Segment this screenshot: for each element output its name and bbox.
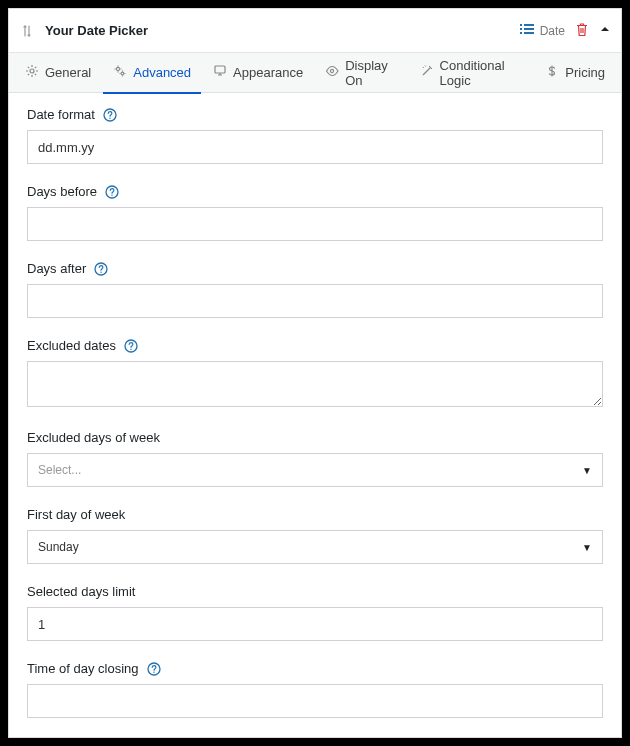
svg-point-14	[111, 194, 112, 195]
tab-appearance[interactable]: Appearance	[203, 53, 313, 93]
help-icon[interactable]	[94, 262, 108, 276]
list-icon	[520, 22, 534, 39]
field-editor-panel: Your Date Picker Date	[8, 8, 622, 738]
label-excluded-days-of-week: Excluded days of week	[27, 430, 160, 445]
svg-point-12	[109, 117, 110, 118]
field-selected-days-limit: Selected days limit	[27, 584, 603, 641]
gear-icon	[25, 64, 39, 81]
field-date-format: Date format	[27, 107, 603, 164]
svg-rect-5	[524, 32, 534, 34]
collapse-icon[interactable]	[599, 23, 611, 38]
select-first-day-of-week[interactable]: Sunday ▼	[27, 530, 603, 564]
field-type-chip: Date	[520, 22, 565, 39]
label-days-after: Days after	[27, 261, 86, 276]
svg-point-16	[101, 271, 102, 272]
svg-point-8	[121, 72, 124, 75]
label-first-day-of-week: First day of week	[27, 507, 125, 522]
eye-icon	[325, 64, 339, 81]
tab-conditional-logic[interactable]: Conditional Logic	[410, 53, 534, 93]
help-icon[interactable]	[124, 339, 138, 353]
label-time-of-day-closing: Time of day closing	[27, 661, 139, 676]
label-days-before: Days before	[27, 184, 97, 199]
field-excluded-dates: Excluded dates	[27, 338, 603, 410]
svg-point-18	[130, 348, 131, 349]
help-icon[interactable]	[147, 662, 161, 676]
input-days-after[interactable]	[27, 284, 603, 318]
field-days-after: Days after	[27, 261, 603, 318]
input-days-before[interactable]	[27, 207, 603, 241]
appearance-icon	[213, 64, 227, 81]
svg-point-7	[117, 67, 120, 70]
field-first-day-of-week: First day of week Sunday ▼	[27, 507, 603, 564]
help-icon[interactable]	[103, 108, 117, 122]
label-selected-days-limit: Selected days limit	[27, 584, 135, 599]
panel-body: Date format Days before Da	[9, 93, 621, 738]
field-excluded-days-of-week: Excluded days of week Select... ▼	[27, 430, 603, 487]
chevron-down-icon: ▼	[582, 542, 592, 553]
svg-rect-4	[524, 28, 534, 30]
textarea-excluded-dates[interactable]	[27, 361, 603, 407]
svg-rect-3	[524, 24, 534, 26]
field-days-before: Days before	[27, 184, 603, 241]
wand-icon	[420, 64, 434, 81]
chevron-down-icon: ▼	[582, 465, 592, 476]
input-time-of-day-closing[interactable]	[27, 684, 603, 718]
tab-advanced[interactable]: Advanced	[103, 53, 201, 93]
label-date-format: Date format	[27, 107, 95, 122]
field-time-of-day-closing: Time of day closing	[27, 661, 603, 718]
svg-rect-9	[215, 66, 225, 73]
trash-icon[interactable]	[575, 22, 589, 40]
select-excluded-days-of-week[interactable]: Select... ▼	[27, 453, 603, 487]
svg-point-6	[30, 69, 34, 73]
help-icon[interactable]	[105, 185, 119, 199]
tab-pricing[interactable]: Pricing	[535, 53, 615, 93]
svg-rect-1	[520, 28, 522, 30]
label-excluded-dates: Excluded dates	[27, 338, 116, 353]
panel-title: Your Date Picker	[45, 23, 520, 38]
input-selected-days-limit[interactable]	[27, 607, 603, 641]
svg-point-10	[331, 69, 334, 72]
dollar-icon	[545, 64, 559, 81]
input-date-format[interactable]	[27, 130, 603, 164]
tab-display-on[interactable]: Display On	[315, 53, 407, 93]
svg-rect-0	[520, 24, 522, 26]
svg-rect-2	[520, 32, 522, 34]
field-type-label: Date	[540, 24, 565, 38]
tabs-bar: General Advanced Appearance Display On	[9, 53, 621, 93]
svg-point-20	[153, 671, 154, 672]
tab-general[interactable]: General	[15, 53, 101, 93]
drag-handle-icon[interactable]	[19, 24, 35, 38]
gears-icon	[113, 64, 127, 81]
panel-header: Your Date Picker Date	[9, 9, 621, 53]
